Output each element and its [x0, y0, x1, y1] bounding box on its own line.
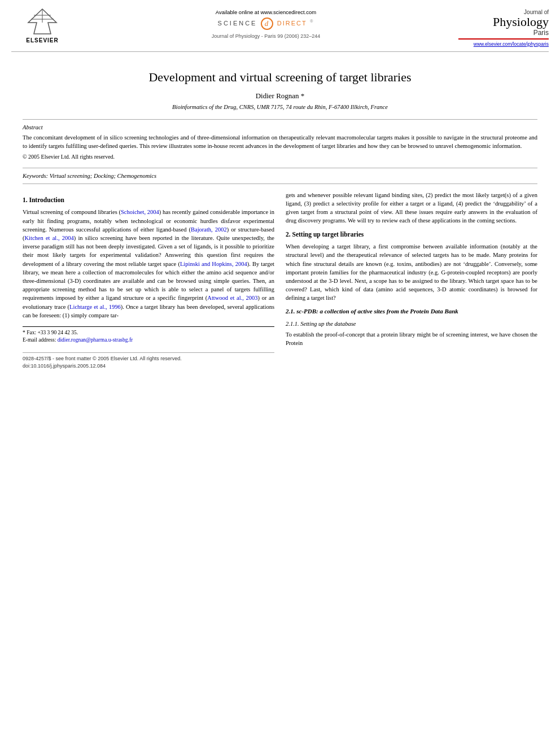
direct-text: DIRECT	[277, 20, 307, 27]
abstract-label: Abstract	[23, 124, 537, 130]
ref-schoichet[interactable]: Schoichet, 2004	[121, 209, 159, 215]
section2-heading: 2. Setting up target libraries	[286, 230, 537, 239]
author-name: Didier Rognan *	[256, 91, 305, 100]
journal-divider	[458, 38, 549, 40]
elsevier-logo-area: ELSEVIER	[11, 7, 73, 43]
right-column: gets and whenever possible relevant liga…	[286, 191, 537, 370]
copyright-text: © 2005 Elsevier Ltd. All rights reserved…	[23, 154, 537, 160]
section211-para1: To establish the proof-of-concept that a…	[286, 330, 537, 347]
top-divider	[11, 51, 549, 52]
section1-heading: 1. Introduction	[23, 195, 274, 205]
keywords-line: Keywords: Virtual screening; Docking; Ch…	[23, 173, 537, 179]
sciencedirect-logo: SCIENCE d DIRECT ®	[73, 18, 458, 30]
keywords-divider	[23, 168, 537, 168]
abstract-section: Abstract The concomitant development of …	[23, 124, 537, 159]
journal-paris-text: Paris	[458, 29, 549, 37]
content-top-divider	[23, 184, 537, 184]
ref-attwood[interactable]: Attwood et al., 2003	[207, 295, 257, 301]
footnote-fax: * Fax: +33 3 90 24 42 35.	[23, 329, 274, 337]
section1-right-para1: gets and whenever possible relevant liga…	[286, 191, 537, 225]
article-author: Didier Rognan *	[23, 91, 537, 101]
elsevier-url-text: www.elsevier.com/locate/jphysparis	[458, 41, 549, 47]
ref-bajorath[interactable]: Bajorath, 2002	[191, 226, 227, 233]
left-column: 1. Introduction Virtual screening of com…	[23, 191, 274, 370]
ref-lichtarge[interactable]: Lichtarge et al., 1996	[69, 304, 121, 310]
footnote-email: E-mail address: didier.rognan@pharma.u-s…	[23, 337, 274, 344]
article-title: Development and virtual screening of tar…	[23, 70, 537, 85]
section1-para1: Virtual screening of compound libraries …	[23, 208, 274, 320]
section2-para1: When developing a target library, a firs…	[286, 242, 537, 303]
elsevier-tree-icon	[17, 7, 68, 36]
bottom-info: 0928-4257/$ - see front matter © 2005 El…	[23, 352, 274, 370]
journal-name-header: Journal of Physiology - Paris 99 (2006) …	[73, 33, 458, 39]
abstract-text: The concomitant development of in silico…	[23, 133, 537, 150]
header-right: Journal of Physiology Paris www.elsevier…	[458, 7, 549, 47]
article-affiliation: Bioinformatics of the Drug, CNRS, UMR 71…	[23, 104, 537, 110]
section21-heading: 2.1. sc-PDB: a collection of active site…	[286, 307, 537, 316]
section211-heading: 2.1.1. Setting up the database	[286, 320, 537, 328]
science-text: SCIENCE	[218, 20, 257, 27]
keywords-text: Virtual screening; Docking; Chemogenomic…	[50, 173, 156, 179]
journal-physiology-text: Physiology	[458, 15, 549, 29]
footnote-area: * Fax: +33 3 90 24 42 35. E-mail address…	[23, 326, 274, 344]
sd-circle-icon: d	[261, 18, 273, 30]
footnote-email-link[interactable]: didier.rognan@pharma.u-strasbg.fr	[58, 337, 133, 343]
bottom-doi: doi:10.1016/j.jphysparis.2005.12.084	[23, 362, 274, 370]
bottom-issn: 0928-4257/$ - see front matter © 2005 El…	[23, 355, 274, 362]
header-center: Available online at www.sciencedirect.co…	[73, 7, 458, 39]
header: ELSEVIER Available online at www.science…	[0, 0, 560, 51]
footnote-email-label: E-mail address:	[23, 337, 56, 343]
page: ELSEVIER Available online at www.science…	[0, 0, 560, 747]
article-content: Development and virtual screening of tar…	[0, 54, 560, 381]
keywords-label: Keywords:	[23, 173, 48, 179]
two-column-content: 1. Introduction Virtual screening of com…	[23, 191, 537, 370]
elsevier-label: ELSEVIER	[26, 37, 58, 43]
abstract-top-divider	[23, 119, 537, 120]
ref-lipinski[interactable]: Lipinski and Hopkins, 2004	[180, 261, 247, 267]
ref-kitchen[interactable]: Kitchen et al., 2004	[25, 235, 74, 241]
available-online-text: Available online at www.sciencedirect.co…	[73, 9, 458, 15]
